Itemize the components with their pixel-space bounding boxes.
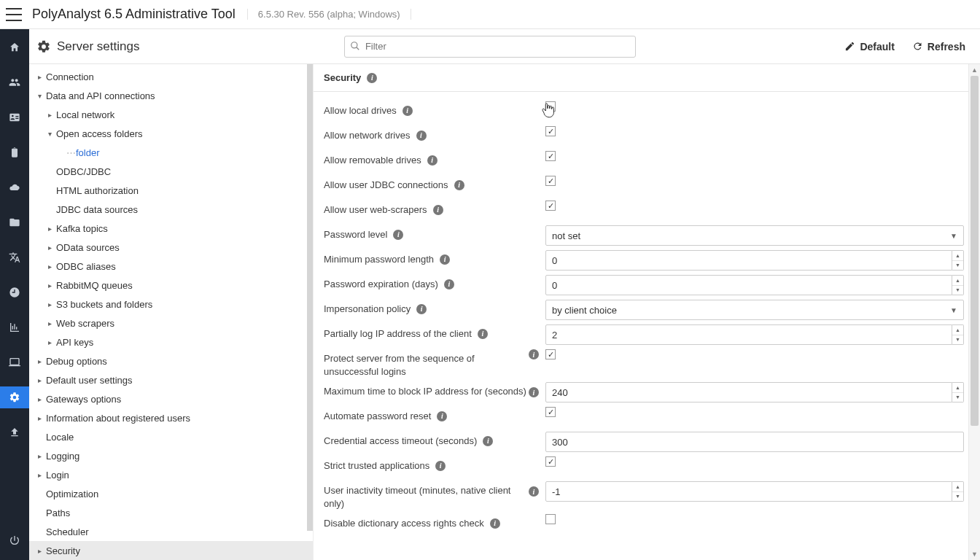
checkbox[interactable] — [545, 201, 556, 211]
rail-translate-icon[interactable] — [0, 246, 29, 268]
tree-scroll-thumb[interactable] — [307, 64, 313, 531]
info-icon[interactable]: i — [529, 486, 539, 497]
tree-item[interactable]: ▸Optimization — [29, 484, 313, 503]
spin-up-icon[interactable]: ▲ — [952, 383, 963, 393]
spin-down-icon[interactable]: ▼ — [952, 286, 963, 295]
rail-cloud-icon[interactable] — [0, 176, 29, 198]
number-field[interactable]: 0 — [545, 250, 952, 271]
tree-item[interactable]: ▸JDBC data sources — [29, 200, 313, 219]
info-icon[interactable]: i — [367, 73, 377, 83]
rail-folder-icon[interactable] — [0, 211, 29, 233]
settings-scrollbar[interactable]: ▲ ▼ — [968, 64, 980, 560]
info-icon[interactable]: i — [416, 131, 427, 141]
tree-item[interactable]: ▸Debug options — [29, 351, 313, 370]
rail-idcard-icon[interactable] — [0, 106, 29, 128]
tree-item[interactable]: ▸Logging — [29, 446, 313, 465]
info-icon[interactable]: i — [444, 279, 454, 289]
tree-item[interactable]: ▾Open access folders — [29, 124, 313, 143]
refresh-button[interactable]: Refresh — [908, 38, 970, 55]
settings-tree[interactable]: ▸Connection▾Data and API connections▸Loc… — [29, 64, 313, 560]
spinner[interactable]: ▲▼ — [952, 382, 964, 402]
tree-item[interactable]: ▸Local network — [29, 105, 313, 124]
scroll-up-icon[interactable]: ▲ — [969, 64, 980, 76]
rail-clipboard-icon[interactable] — [0, 141, 29, 163]
info-icon[interactable]: i — [437, 411, 447, 421]
number-field[interactable]: 2 — [545, 324, 952, 345]
number-field[interactable]: 300 — [545, 432, 964, 452]
info-icon[interactable]: i — [483, 436, 493, 446]
number-field[interactable]: 240 — [545, 382, 952, 402]
checkbox[interactable] — [545, 349, 556, 359]
spin-up-icon[interactable]: ▲ — [952, 482, 963, 492]
rail-upload-icon[interactable] — [0, 421, 29, 443]
tree-item[interactable]: ▸Paths — [29, 503, 313, 522]
tree-item[interactable]: ▸API keys — [29, 332, 313, 351]
info-icon[interactable]: i — [478, 329, 488, 339]
spinner[interactable]: ▲▼ — [952, 324, 964, 345]
spinner[interactable]: ▲▼ — [952, 275, 964, 295]
tree-item[interactable]: ▸Security — [29, 541, 313, 560]
rail-home-icon[interactable] — [0, 36, 29, 58]
rail-users-icon[interactable] — [0, 71, 29, 93]
tree-scrollbar[interactable] — [306, 64, 313, 560]
info-icon[interactable]: i — [529, 387, 539, 397]
tree-item[interactable]: ▸Kafka topics — [29, 219, 313, 238]
tree-item[interactable]: ▸Web scrapers — [29, 314, 313, 332]
tree-item[interactable]: ▸ODBC aliases — [29, 257, 313, 276]
info-icon[interactable]: i — [490, 518, 500, 529]
rail-computer-icon[interactable] — [0, 351, 29, 373]
tree-item[interactable]: ▸Information about registered users — [29, 408, 313, 427]
rail-gears-icon[interactable] — [0, 386, 29, 408]
spin-up-icon[interactable]: ▲ — [952, 251, 963, 261]
info-icon[interactable]: i — [433, 205, 443, 215]
info-icon[interactable]: i — [529, 349, 539, 359]
checkbox[interactable] — [545, 514, 556, 524]
checkbox[interactable] — [545, 101, 556, 112]
spin-down-icon[interactable]: ▼ — [952, 393, 963, 402]
select-field[interactable]: by client choice▼ — [545, 300, 964, 320]
checkbox[interactable] — [545, 151, 556, 161]
settings-scroll-thumb[interactable] — [971, 76, 979, 426]
filter-input[interactable] — [344, 36, 636, 58]
tree-item[interactable]: ▸S3 buckets and folders — [29, 295, 313, 314]
info-icon[interactable]: i — [427, 155, 438, 166]
info-icon[interactable]: i — [393, 230, 403, 240]
info-icon[interactable]: i — [416, 304, 427, 314]
tree-item[interactable]: ▸HTML authorization — [29, 181, 313, 200]
tree-item[interactable]: ▸⋯ folder — [29, 143, 313, 162]
spinner[interactable]: ▲▼ — [952, 481, 964, 502]
tree-item[interactable]: ▸RabbitMQ queues — [29, 276, 313, 295]
default-button[interactable]: Default — [840, 38, 898, 55]
info-icon[interactable]: i — [402, 106, 413, 116]
tree-item[interactable]: ▸Default user settings — [29, 370, 313, 389]
checkbox[interactable] — [545, 126, 556, 136]
spin-up-icon[interactable]: ▲ — [952, 325, 963, 335]
info-icon[interactable]: i — [440, 254, 450, 265]
menu-icon[interactable] — [6, 8, 22, 21]
checkbox[interactable] — [545, 456, 556, 467]
number-field[interactable]: -1 — [545, 481, 952, 502]
rail-chart-icon[interactable] — [0, 316, 29, 338]
tree-item[interactable]: ▸Scheduler — [29, 522, 313, 541]
tree-item[interactable]: ▸Locale — [29, 427, 313, 446]
info-icon[interactable]: i — [435, 461, 446, 471]
checkbox[interactable] — [545, 176, 556, 186]
spinner[interactable]: ▲▼ — [952, 250, 964, 271]
spin-down-icon[interactable]: ▼ — [952, 335, 963, 345]
tree-item[interactable]: ▸ODBC/JDBC — [29, 162, 313, 181]
checkbox[interactable] — [545, 407, 556, 417]
tree-item[interactable]: ▸Gateways options — [29, 389, 313, 408]
number-field[interactable]: 0 — [545, 275, 952, 295]
spin-down-icon[interactable]: ▼ — [952, 492, 963, 502]
info-icon[interactable]: i — [454, 180, 464, 190]
rail-power-icon[interactable] — [0, 529, 29, 551]
tree-item[interactable]: ▾Data and API connections — [29, 86, 313, 105]
spin-up-icon[interactable]: ▲ — [952, 276, 963, 286]
tree-item[interactable]: ▸OData sources — [29, 238, 313, 257]
spin-down-icon[interactable]: ▼ — [952, 261, 963, 271]
scroll-down-icon[interactable]: ▼ — [969, 548, 980, 560]
select-field[interactable]: not set▼ — [545, 225, 964, 246]
rail-clock-icon[interactable] — [0, 281, 29, 303]
tree-item[interactable]: ▸Connection — [29, 67, 313, 86]
tree-item[interactable]: ▸Login — [29, 465, 313, 484]
